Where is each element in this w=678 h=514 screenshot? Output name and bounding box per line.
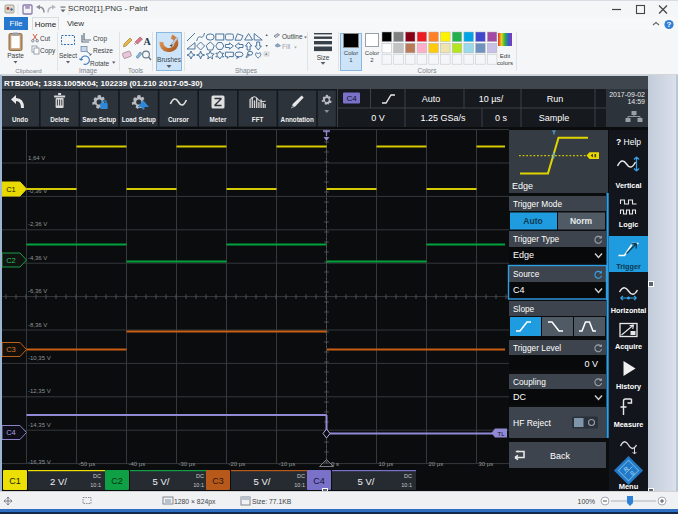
svg-text:DC: DC <box>513 392 526 402</box>
svg-text:Outline: Outline <box>282 33 303 40</box>
svg-text:-6,36 V: -6,36 V <box>28 288 47 294</box>
svg-text:Slope: Slope <box>513 304 535 314</box>
svg-text:C4: C4 <box>346 94 357 103</box>
svg-text:A: A <box>143 36 151 47</box>
svg-text:Delete: Delete <box>50 116 69 123</box>
svg-text:RTB2004; 1333.1005K04; 102239: RTB2004; 1333.1005K04; 102239 (01.210 20… <box>4 79 203 88</box>
svg-text:C4: C4 <box>6 428 16 437</box>
svg-text:?: ? <box>667 20 672 29</box>
svg-text:Horizontal: Horizontal <box>611 306 647 315</box>
svg-text:Acquire: Acquire <box>615 342 642 351</box>
svg-text:TL: TL <box>497 431 505 437</box>
svg-text:HF Reject: HF Reject <box>513 418 551 428</box>
svg-text:Edge: Edge <box>513 250 534 260</box>
svg-text:DC: DC <box>297 473 305 479</box>
svg-text:-30 µs: -30 µs <box>179 461 196 467</box>
svg-text:Paste: Paste <box>7 52 24 59</box>
svg-text:5 V/: 5 V/ <box>254 476 271 487</box>
svg-text:Coupling: Coupling <box>513 377 546 387</box>
svg-text:C4: C4 <box>513 285 525 295</box>
svg-text:Edge: Edge <box>512 181 533 191</box>
svg-text:Trigger Type: Trigger Type <box>513 234 560 244</box>
svg-text:2017-09-02: 2017-09-02 <box>609 91 645 98</box>
svg-text:14:59: 14:59 <box>627 98 645 105</box>
svg-text:Trigger: Trigger <box>616 262 641 271</box>
svg-text:Undo: Undo <box>12 116 28 123</box>
svg-text:-8,36 V: -8,36 V <box>28 322 47 328</box>
svg-text:1.25 GSa/s: 1.25 GSa/s <box>420 113 466 123</box>
svg-text:10:1: 10:1 <box>193 482 204 488</box>
svg-text:-16,35 V: -16,35 V <box>28 459 51 465</box>
svg-text:5 V/: 5 V/ <box>153 476 170 487</box>
svg-text:Select: Select <box>59 52 77 59</box>
svg-text:-10,35 V: -10,35 V <box>28 355 51 361</box>
svg-text:2 V/: 2 V/ <box>50 476 67 487</box>
svg-text:Annotation: Annotation <box>281 116 314 123</box>
svg-text:Cursor: Cursor <box>168 116 189 123</box>
svg-text:-14,35 V: -14,35 V <box>28 422 51 428</box>
svg-text:Copy: Copy <box>40 47 56 55</box>
svg-text:30 µs: 30 µs <box>479 461 494 467</box>
svg-text:-12,35 V: -12,35 V <box>28 388 51 394</box>
svg-text:Save Setup: Save Setup <box>82 116 116 124</box>
svg-text:Trigger Mode: Trigger Mode <box>513 199 562 209</box>
svg-text:-10 µs: -10 µs <box>279 461 296 467</box>
svg-text:10 µs/: 10 µs/ <box>479 94 504 104</box>
svg-text:10:1: 10:1 <box>401 482 412 488</box>
svg-text:-50 µs: -50 µs <box>79 461 96 467</box>
svg-text:C2: C2 <box>111 476 123 486</box>
svg-text:Measure: Measure <box>614 420 644 429</box>
svg-text:Sample: Sample <box>539 113 570 123</box>
svg-text:C3: C3 <box>6 345 16 354</box>
svg-text:C4: C4 <box>313 476 325 486</box>
svg-text:Auto: Auto <box>422 94 441 104</box>
svg-text:Norm: Norm <box>570 216 593 226</box>
svg-text:1280 × 824px: 1280 × 824px <box>174 498 216 506</box>
svg-text:1,64 V: 1,64 V <box>28 155 45 161</box>
svg-text:-4,36 V: -4,36 V <box>28 255 47 261</box>
svg-text:0 s: 0 s <box>331 461 339 467</box>
svg-text:Logic: Logic <box>619 220 638 229</box>
svg-text:5 V/: 5 V/ <box>358 476 375 487</box>
svg-text:C3: C3 <box>212 476 224 486</box>
svg-text:Size: Size <box>317 54 330 61</box>
svg-text:-2,36 V: -2,36 V <box>28 221 47 227</box>
svg-text:Menu: Menu <box>619 482 639 491</box>
svg-text:DC: DC <box>93 473 101 479</box>
svg-text:10:1: 10:1 <box>90 482 101 488</box>
svg-text:-40 µs: -40 µs <box>129 461 146 467</box>
svg-text:? Help: ? Help <box>616 137 641 147</box>
svg-text:DC: DC <box>404 473 412 479</box>
svg-text:Source: Source <box>513 269 540 279</box>
svg-text:10 µs: 10 µs <box>379 461 394 467</box>
svg-text:Auto: Auto <box>523 216 542 226</box>
svg-text:0 V: 0 V <box>584 359 598 369</box>
svg-text:Meter: Meter <box>210 116 227 123</box>
svg-text:Trigger Level: Trigger Level <box>513 343 561 353</box>
svg-text:Back: Back <box>550 451 571 461</box>
svg-text:Resize: Resize <box>93 47 113 54</box>
svg-text:0 V: 0 V <box>371 113 385 123</box>
svg-text:20 µs: 20 µs <box>429 461 444 467</box>
svg-text:Cut: Cut <box>40 35 50 42</box>
svg-text:Fill: Fill <box>282 43 291 50</box>
svg-text:Run: Run <box>547 94 564 104</box>
svg-text:10:1: 10:1 <box>294 482 305 488</box>
svg-text:History: History <box>616 382 642 391</box>
svg-text:Crop: Crop <box>93 35 107 43</box>
svg-text:FFT: FFT <box>252 116 264 123</box>
svg-text:DC: DC <box>196 473 204 479</box>
svg-text:0 s: 0 s <box>495 113 508 123</box>
svg-text:Vertical: Vertical <box>616 181 642 190</box>
svg-text:Load Setup: Load Setup <box>122 116 156 124</box>
svg-text:-20 µs: -20 µs <box>229 461 246 467</box>
svg-text:Size: 77.1KB: Size: 77.1KB <box>252 498 292 505</box>
svg-text:C2: C2 <box>6 256 16 265</box>
svg-text:100%: 100% <box>578 498 595 505</box>
svg-text:C1: C1 <box>6 185 16 194</box>
svg-text:C1: C1 <box>9 476 21 486</box>
svg-text:Rotate: Rotate <box>90 60 110 67</box>
